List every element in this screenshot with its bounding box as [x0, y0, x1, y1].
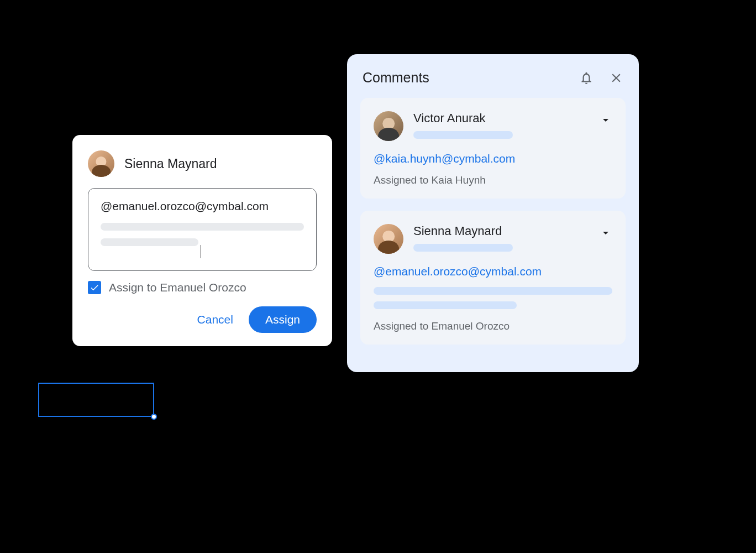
avatar — [88, 150, 114, 177]
comment-mention[interactable]: @kaia.huynh@cymbal.com — [374, 152, 612, 165]
chevron-down-icon[interactable] — [599, 226, 612, 239]
comment-header: Sienna Maynard — [374, 224, 612, 254]
selection-rectangle[interactable] — [38, 383, 154, 417]
comment-mention[interactable]: @emanuel.orozco@cymbal.com — [374, 265, 612, 278]
cancel-button[interactable]: Cancel — [187, 307, 243, 332]
compose-author-name: Sienna Maynard — [124, 156, 217, 171]
panel-title: Comments — [363, 70, 564, 86]
avatar — [374, 224, 403, 254]
close-icon[interactable] — [609, 71, 623, 85]
compose-actions: Cancel Assign — [88, 306, 317, 333]
chevron-down-icon[interactable] — [599, 113, 612, 127]
placeholder-line — [374, 287, 612, 295]
comment-author-col: Victor Anurak — [413, 111, 589, 141]
check-icon — [90, 283, 99, 293]
comment-mention-text: @emanuel.orozco@cymbal.com — [101, 200, 304, 213]
comment-body-placeholder — [374, 287, 612, 309]
compose-header: Sienna Maynard — [88, 150, 317, 177]
assign-checkbox[interactable] — [88, 281, 101, 294]
placeholder-line — [101, 238, 198, 246]
assign-row: Assign to Emanuel Orozco — [88, 281, 317, 294]
assign-label: Assign to Emanuel Orozco — [109, 281, 246, 294]
placeholder-line — [101, 223, 304, 231]
text-cursor — [201, 245, 202, 258]
compose-comment-card: Sienna Maynard @emanuel.orozco@cymbal.co… — [72, 135, 332, 346]
placeholder-line — [374, 301, 517, 309]
assigned-to-text: Assigned to Kaia Huynh — [374, 174, 612, 186]
bell-icon[interactable] — [579, 71, 594, 85]
comment-author-col: Sienna Maynard — [413, 224, 589, 254]
assign-button[interactable]: Assign — [249, 306, 317, 333]
comment-input[interactable]: @emanuel.orozco@cymbal.com — [88, 188, 317, 271]
comment-card[interactable]: Victor Anurak @kaia.huynh@cymbal.com Ass… — [360, 98, 626, 199]
comments-panel: Comments Victor Anurak @kaia.huynh@cymba… — [347, 54, 639, 372]
comment-card[interactable]: Sienna Maynard @emanuel.orozco@cymbal.co… — [360, 211, 626, 345]
avatar — [374, 111, 403, 141]
assigned-to-text: Assigned to Emanuel Orozco — [374, 320, 612, 332]
comment-author-name: Sienna Maynard — [413, 224, 589, 238]
comment-author-name: Victor Anurak — [413, 111, 589, 126]
placeholder-line — [413, 244, 513, 252]
selection-handle[interactable] — [151, 414, 157, 420]
panel-header: Comments — [360, 70, 626, 86]
placeholder-line — [413, 131, 513, 139]
comment-header: Victor Anurak — [374, 111, 612, 141]
